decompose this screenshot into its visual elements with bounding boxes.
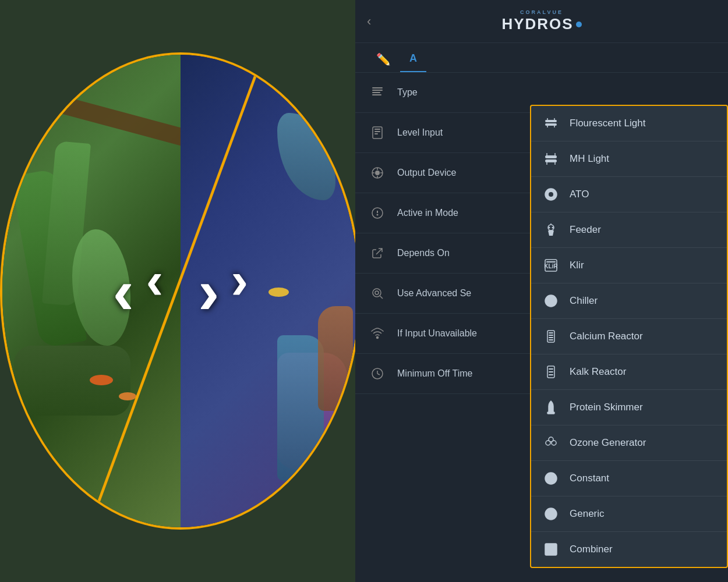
mh-light-icon — [542, 150, 560, 168]
svg-rect-7 — [374, 131, 380, 132]
dropdown-item-feeder[interactable]: Feeder — [531, 212, 727, 248]
logo-dot — [576, 22, 582, 27]
tab-advanced[interactable]: A — [400, 48, 426, 72]
app-title: HYDROS — [501, 15, 581, 33]
svg-point-17 — [377, 214, 379, 216]
active-in-mode-icon — [367, 203, 388, 223]
svg-line-19 — [380, 296, 383, 299]
left-decorative-panel: › ‹ › ‹ — [0, 0, 361, 582]
svg-point-63 — [549, 437, 553, 442]
ozone-generator-icon — [542, 434, 560, 452]
tab-edit[interactable]: ✏️ — [367, 48, 400, 72]
mh-light-label: MH Light — [570, 153, 609, 165]
app-header: ‹ CORALVUE HYDROS — [355, 0, 728, 43]
svg-rect-57 — [549, 368, 553, 370]
depends-on-icon — [367, 243, 388, 264]
svg-point-65 — [550, 477, 552, 480]
circle-decoration: › ‹ › ‹ — [0, 52, 361, 530]
edit-icon: ✏️ — [376, 53, 391, 66]
constant-icon — [542, 469, 560, 488]
kalk-reactor-label: Kalk Reactor — [570, 366, 626, 378]
svg-rect-31 — [545, 155, 557, 158]
dropdown-item-mh-light[interactable]: MH Light — [531, 141, 727, 177]
logo-container: CORALVUE HYDROS — [501, 9, 581, 33]
svg-text:KLiR: KLiR — [544, 263, 558, 269]
feeder-label: Feeder — [570, 224, 601, 236]
svg-rect-59 — [549, 374, 553, 375]
protein-skimmer-icon — [542, 398, 560, 417]
dropdown-item-calcium-reactor[interactable]: Calcium Reactor — [531, 319, 727, 354]
protein-skimmer-label: Protein Skimmer — [570, 402, 643, 413]
if-input-unavailable-icon — [367, 323, 388, 344]
svg-rect-6 — [374, 129, 380, 130]
klir-label: Klir — [570, 260, 584, 271]
svg-point-18 — [373, 289, 381, 297]
output-device-icon — [367, 162, 388, 183]
svg-rect-54 — [549, 337, 553, 338]
dropdown-item-generic[interactable]: Generic — [531, 496, 727, 532]
ozone-generator-label: Ozone Generator — [570, 437, 646, 449]
form-area: Type Level Input — [355, 73, 728, 582]
brand-label: CORALVUE — [520, 9, 563, 15]
code-brackets-icon: › ‹ › ‹ — [112, 254, 248, 328]
type-dropdown: Flourescent Light MH Light — [530, 105, 728, 568]
svg-point-21 — [377, 337, 379, 339]
combiner-label: Combiner — [570, 544, 613, 555]
svg-point-70 — [549, 548, 553, 551]
type-label: Type — [397, 87, 716, 98]
calcium-reactor-label: Calcium Reactor — [570, 331, 643, 342]
feeder-icon — [542, 221, 560, 239]
combiner-icon — [542, 540, 560, 559]
svg-rect-8 — [374, 133, 378, 134]
dropdown-item-chiller[interactable]: Chiller — [531, 283, 727, 319]
dropdown-item-kalk-reactor[interactable]: Kalk Reactor — [531, 354, 727, 390]
flourescent-light-label: Flourescent Light — [570, 118, 645, 129]
svg-rect-52 — [549, 332, 553, 333]
dropdown-item-klir[interactable]: KLiR Klir — [531, 248, 727, 283]
svg-rect-4 — [372, 94, 381, 95]
svg-point-10 — [375, 171, 380, 175]
flourescent-light-icon — [542, 114, 560, 133]
svg-point-40 — [549, 227, 550, 229]
dropdown-item-protein-skimmer[interactable]: Protein Skimmer — [531, 390, 727, 425]
svg-rect-58 — [549, 371, 553, 372]
chiller-icon — [542, 292, 560, 310]
generic-icon — [542, 505, 560, 523]
generic-label: Generic — [570, 508, 605, 520]
constant-label: Constant — [570, 473, 609, 484]
dropdown-item-ozone-generator[interactable]: Ozone Generator — [531, 425, 727, 461]
svg-point-20 — [375, 291, 379, 294]
calcium-reactor-icon — [542, 327, 560, 346]
advanced-tab-label: A — [409, 52, 417, 64]
hydros-app-panel: ‹ CORALVUE HYDROS ✏️ A — [355, 0, 728, 582]
svg-point-41 — [552, 227, 554, 229]
tab-bar: ✏️ A — [355, 43, 728, 73]
svg-rect-60 — [547, 412, 554, 414]
dropdown-item-ato[interactable]: ATO — [531, 177, 727, 212]
svg-rect-3 — [372, 92, 380, 93]
svg-rect-25 — [545, 120, 557, 122]
type-icon — [367, 82, 388, 103]
svg-rect-1 — [372, 87, 383, 88]
dropdown-item-combiner[interactable]: Combiner — [531, 532, 727, 567]
svg-rect-32 — [545, 159, 557, 162]
ato-icon — [542, 185, 560, 204]
svg-rect-2 — [372, 90, 383, 91]
minimum-off-time-icon — [367, 363, 388, 384]
use-advanced-icon — [367, 283, 388, 304]
svg-rect-55 — [549, 339, 553, 340]
dropdown-item-flourescent-light[interactable]: Flourescent Light — [531, 106, 727, 141]
klir-icon: KLiR — [542, 256, 560, 275]
kalk-reactor-icon — [542, 363, 560, 381]
chiller-label: Chiller — [570, 295, 598, 307]
svg-point-38 — [549, 192, 553, 197]
title-text: HYDROS — [501, 15, 573, 33]
svg-rect-45 — [546, 261, 556, 262]
dropdown-item-constant[interactable]: Constant — [531, 461, 727, 496]
level-input-icon — [367, 122, 388, 143]
back-button[interactable]: ‹ — [367, 14, 371, 29]
ato-label: ATO — [570, 189, 589, 200]
svg-rect-53 — [549, 335, 553, 336]
svg-line-24 — [377, 374, 380, 375]
svg-rect-26 — [545, 123, 557, 126]
